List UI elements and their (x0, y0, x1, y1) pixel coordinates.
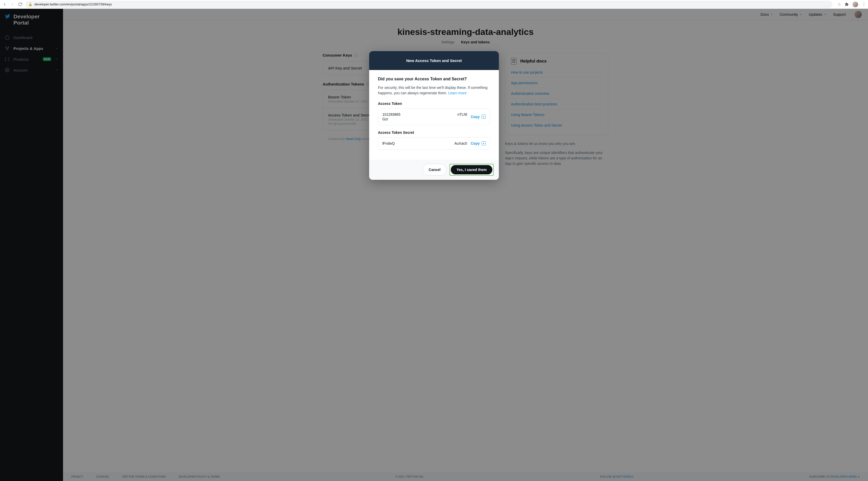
extensions-icon[interactable] (845, 2, 849, 6)
reload-button[interactable] (18, 2, 23, 7)
forward-button[interactable] (10, 2, 15, 7)
lock-icon: 🔒 (28, 3, 32, 6)
highlighted-action: Yes, I saved them (450, 164, 494, 176)
profile-avatar[interactable] (852, 2, 858, 7)
url-text: developer.twitter.com/en/portal/apps/222… (34, 2, 112, 6)
access-token-box: 101283865 Gzr nTLNl Copy (378, 108, 490, 125)
modal-description: For security, this will be the last time… (378, 85, 490, 96)
modal-question: Did you save your Access Token and Secre… (378, 77, 490, 82)
modal-title: New Access Token and Secret (369, 51, 499, 70)
copy-icon (482, 115, 486, 119)
copy-access-token-button[interactable]: Copy (471, 115, 486, 119)
star-icon[interactable]: ☆ (838, 2, 841, 7)
cancel-button[interactable]: Cancel (423, 164, 446, 176)
copy-icon (482, 141, 486, 146)
new-access-token-modal: New Access Token and Secret Did you save… (369, 51, 499, 180)
copy-access-token-secret-button[interactable]: Copy (471, 141, 486, 146)
access-token-label: Access Token (378, 101, 490, 106)
access-token-value: 101283865 Gzr nTLNl (382, 112, 467, 121)
kebab-menu-icon[interactable]: ⋮ (862, 2, 866, 7)
browser-toolbar: 🔒 developer.twitter.com/en/portal/apps/2… (0, 0, 868, 9)
address-bar[interactable]: 🔒 developer.twitter.com/en/portal/apps/2… (25, 1, 832, 8)
access-token-secret-value: lFndwQ AuXac0 (382, 141, 467, 146)
access-token-secret-box: lFndwQ AuXac0 Copy (378, 137, 490, 150)
back-button[interactable] (2, 2, 7, 7)
yes-saved-button[interactable]: Yes, I saved them (451, 165, 492, 174)
learn-more-link[interactable]: Learn more (448, 91, 467, 95)
access-token-secret-label: Access Token Secret (378, 130, 490, 135)
